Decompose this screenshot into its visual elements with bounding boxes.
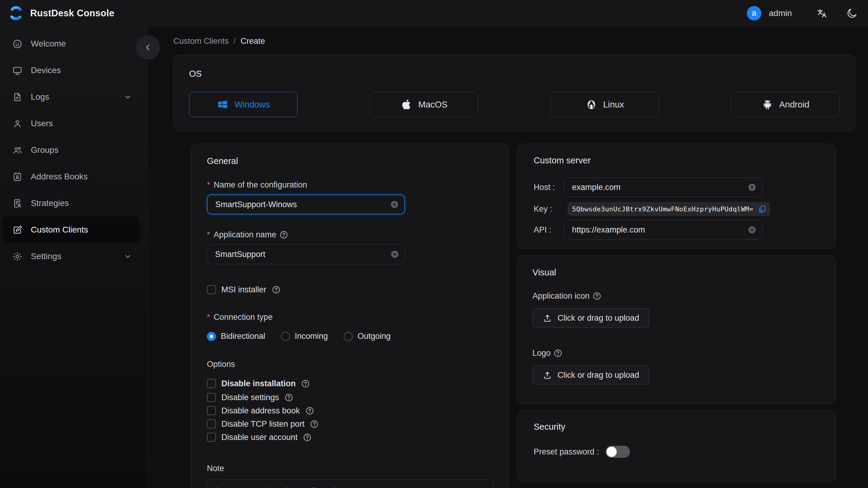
sidebar-item-welcome[interactable]: Welcome [2, 30, 140, 57]
os-button-linux[interactable]: Linux [551, 92, 659, 117]
os-button-macos[interactable]: MacOS [370, 92, 478, 117]
disable-user-account-checkbox[interactable] [207, 433, 216, 442]
help-icon[interactable] [279, 231, 288, 239]
os-button-label: Android [779, 100, 809, 110]
os-button-label: Linux [603, 100, 624, 110]
disable-user-account-row: Disable user account [207, 431, 493, 444]
disable-settings-checkbox[interactable] [207, 393, 216, 402]
upload-icon [543, 313, 552, 323]
application-icon-upload-button[interactable]: Click or drag to upload [532, 309, 649, 327]
clear-icon [747, 183, 756, 192]
api-input[interactable] [564, 220, 762, 240]
help-icon[interactable] [593, 292, 601, 301]
avatar-initial: a [752, 8, 756, 18]
disable-tcp-listen-port-checkbox[interactable] [207, 420, 216, 428]
custom-server-title: Custom server [534, 155, 819, 165]
api-value[interactable] [572, 225, 743, 235]
radio-selected-icon [207, 332, 216, 341]
language-button[interactable] [816, 7, 828, 19]
os-button-windows[interactable]: Windows [189, 92, 298, 117]
radio-bidirectional[interactable]: Bidirectional [207, 332, 265, 341]
sidebar-item-settings[interactable]: Settings [2, 243, 140, 270]
sidebar-item-label: Groups [31, 145, 59, 155]
host-value[interactable] [572, 183, 743, 192]
chevron-down-icon [123, 252, 132, 261]
os-button-label: Windows [235, 100, 270, 110]
help-icon[interactable] [301, 379, 310, 388]
sidebar-item-logs[interactable]: Logs [2, 84, 140, 110]
user-avatar[interactable]: a [747, 6, 762, 21]
help-icon[interactable] [303, 433, 312, 442]
os-section-title: OS [189, 69, 840, 79]
clear-icon [390, 200, 399, 209]
help-icon[interactable] [305, 406, 314, 415]
sidebar-item-label: Logs [31, 92, 49, 102]
connection-type-radio-group: Bidirectional Incoming Outgoing [207, 332, 493, 341]
sidebar-item-custom-clients[interactable]: Custom Clients [2, 216, 140, 243]
note-textarea[interactable] [207, 479, 494, 488]
clear-host-button[interactable] [747, 183, 756, 192]
apple-icon [401, 98, 412, 111]
disable-address-book-checkbox[interactable] [207, 406, 216, 415]
application-name-value[interactable] [215, 250, 386, 259]
options-check-list: Disable installation Disable settings Di… [207, 376, 493, 444]
preset-password-toggle[interactable] [606, 446, 630, 458]
body-layout: Welcome Devices Logs [0, 27, 868, 488]
help-icon[interactable] [310, 420, 319, 428]
logo-upload-button[interactable]: Click or drag to upload [532, 366, 649, 385]
sidebar-item-label: Devices [31, 65, 61, 75]
sidebar-item-devices[interactable]: Devices [2, 57, 140, 84]
radio-outgoing[interactable]: Outgoing [344, 332, 391, 341]
sidebar-item-groups[interactable]: Groups [2, 137, 140, 163]
key-value: 5Qbwsde3unUcJBtrx9ZkvUmwFNoExHzpryHuPUdq… [572, 205, 753, 213]
options-group-title: Options [207, 360, 493, 369]
android-icon [762, 98, 773, 111]
breadcrumb: Custom Clients / Create [173, 35, 855, 47]
app-title: RustDesk Console [30, 8, 115, 19]
form-columns: General * Name of the configuration * Ap… [173, 144, 855, 488]
chevron-down-icon [123, 92, 132, 101]
key-value-box: 5Qbwsde3unUcJBtrx9ZkvUmwFNoExHzpryHuPUdq… [567, 202, 770, 216]
application-name-input[interactable] [207, 244, 405, 264]
visual-title: Visual [532, 268, 820, 277]
clear-api-button[interactable] [747, 225, 756, 234]
os-button-android[interactable]: Android [731, 92, 840, 117]
theme-toggle-button[interactable] [846, 7, 858, 19]
top-header: RustDesk Console a admin [0, 0, 868, 27]
header-actions: a admin [747, 6, 858, 21]
breadcrumb-separator: / [234, 36, 236, 46]
breadcrumb-custom-clients[interactable]: Custom Clients [173, 36, 229, 46]
sidebar-item-label: Users [31, 119, 53, 128]
breadcrumb-create: Create [241, 36, 265, 46]
host-input[interactable] [564, 178, 762, 197]
disable-installation-checkbox[interactable] [207, 379, 216, 388]
disable-tcp-listen-port-row: Disable TCP listen port [207, 417, 493, 431]
clear-application-name-button[interactable] [390, 250, 399, 259]
radio-icon [344, 332, 353, 341]
radio-label: Bidirectional [221, 332, 265, 341]
sidebar-collapse-button[interactable] [136, 35, 160, 60]
general-section: General * Name of the configuration * Ap… [191, 144, 509, 488]
address-book-icon [12, 172, 23, 182]
msi-installer-checkbox[interactable] [207, 285, 216, 294]
copy-icon [757, 205, 767, 214]
help-icon[interactable] [284, 393, 293, 402]
preset-password-label: Preset password : [534, 447, 599, 457]
strategy-doc-icon [12, 198, 23, 209]
rustdesk-console-app: RustDesk Console a admin [0, 0, 868, 488]
clear-config-name-button[interactable] [390, 200, 399, 209]
required-mark: * [207, 230, 210, 240]
connection-type-label: * Connection type [207, 312, 493, 322]
msi-installer-row: MSI installer [207, 283, 493, 296]
sidebar-item-address-books[interactable]: Address Books [2, 163, 140, 190]
sidebar-item-strategies[interactable]: Strategies [2, 190, 140, 216]
sidebar-item-users[interactable]: Users [2, 110, 140, 137]
help-icon[interactable] [272, 285, 281, 294]
config-name-input[interactable] [207, 194, 405, 214]
key-label: Key : [534, 205, 564, 214]
checkbox-label: Disable settings [221, 393, 279, 402]
copy-key-button[interactable] [757, 205, 767, 214]
radio-incoming[interactable]: Incoming [281, 332, 328, 341]
help-icon[interactable] [554, 349, 562, 358]
config-name-value[interactable] [215, 200, 386, 209]
